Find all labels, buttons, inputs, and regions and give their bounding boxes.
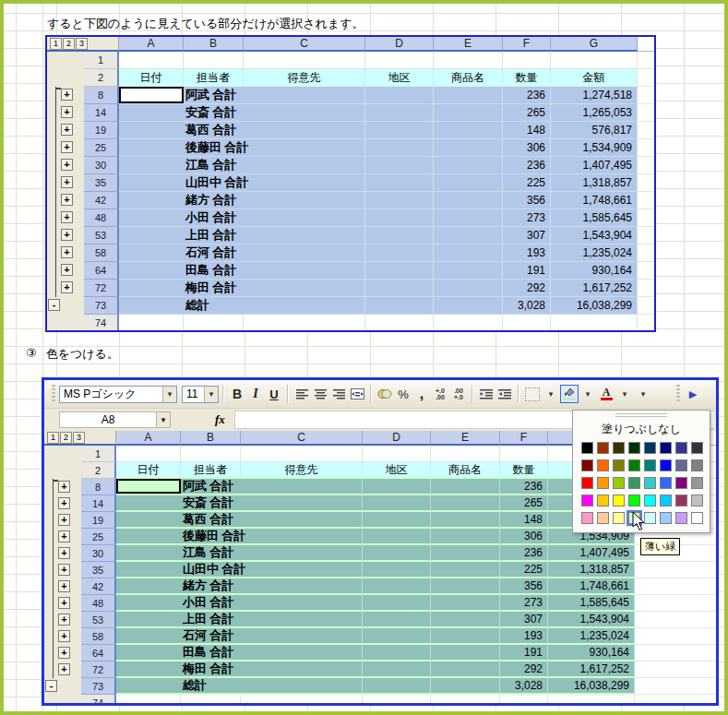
cell-G30[interactable]: 1,407,495 bbox=[548, 545, 635, 562]
name-box-dropdown[interactable]: ▾ bbox=[157, 411, 171, 428]
expand-button-row-8[interactable]: + bbox=[58, 481, 70, 493]
column-header-B[interactable]: B bbox=[184, 37, 244, 52]
cell-C42[interactable] bbox=[244, 192, 365, 209]
cell-E25[interactable] bbox=[431, 529, 500, 545]
cell-G74[interactable] bbox=[551, 315, 638, 332]
cell-E42[interactable] bbox=[434, 192, 503, 209]
cell-F14[interactable]: 265 bbox=[503, 104, 551, 122]
color-swatch-FFCC99[interactable] bbox=[597, 512, 609, 524]
column-header-F[interactable]: F bbox=[500, 431, 548, 446]
cell-F14[interactable]: 265 bbox=[500, 495, 548, 512]
record-macro-button[interactable]: ● bbox=[710, 385, 719, 403]
cell-E30[interactable] bbox=[431, 545, 500, 562]
cell-G48[interactable]: 1,585,645 bbox=[551, 209, 638, 227]
cell-F1[interactable] bbox=[503, 52, 551, 69]
cell-D58[interactable] bbox=[363, 628, 431, 645]
cell-E42[interactable] bbox=[431, 578, 500, 595]
cell-D30[interactable] bbox=[365, 157, 434, 174]
cell-A30[interactable] bbox=[116, 545, 181, 562]
expand-button-row-25[interactable]: + bbox=[58, 530, 70, 542]
cell-D2[interactable]: 地区 bbox=[363, 462, 431, 479]
cell-E64[interactable] bbox=[431, 645, 500, 661]
cell-F25[interactable]: 306 bbox=[503, 139, 551, 157]
column-header-B[interactable]: B bbox=[181, 431, 241, 446]
cell-F64[interactable]: 191 bbox=[503, 262, 551, 280]
cell-D72[interactable] bbox=[363, 661, 431, 678]
cell-D14[interactable] bbox=[365, 104, 434, 122]
cell-B42[interactable]: 緒方 合計 bbox=[181, 578, 241, 595]
cell-B1[interactable] bbox=[184, 52, 244, 69]
collapse-button-row-73[interactable]: - bbox=[48, 299, 60, 311]
cell-E14[interactable] bbox=[431, 495, 500, 512]
cell-C8[interactable] bbox=[244, 87, 365, 104]
color-swatch-003366[interactable] bbox=[644, 442, 656, 454]
align-right-button[interactable] bbox=[329, 385, 348, 403]
row-header-42[interactable]: 42 bbox=[84, 192, 119, 209]
cell-G53[interactable]: 1,543,904 bbox=[548, 612, 635, 628]
currency-style-button[interactable] bbox=[376, 385, 394, 403]
color-swatch-339966[interactable] bbox=[628, 477, 640, 489]
column-header-D[interactable]: D bbox=[363, 431, 431, 446]
cell-B72[interactable]: 梅田 合計 bbox=[184, 280, 244, 297]
cell-D25[interactable] bbox=[363, 529, 431, 545]
row-header-35[interactable]: 35 bbox=[81, 562, 116, 578]
row-header-35[interactable]: 35 bbox=[84, 174, 119, 192]
cell-F35[interactable]: 225 bbox=[503, 174, 551, 192]
cell-D73[interactable] bbox=[363, 678, 431, 695]
column-header-D[interactable]: D bbox=[365, 37, 434, 52]
cell-E19[interactable] bbox=[434, 122, 503, 139]
cell-F8[interactable]: 236 bbox=[500, 479, 548, 495]
palette-drag-handle[interactable] bbox=[615, 413, 667, 418]
cell-F19[interactable]: 148 bbox=[503, 122, 551, 139]
color-swatch-FFCC00[interactable] bbox=[597, 495, 609, 506]
font-name-combo[interactable]: MS Pゴシック ▾ bbox=[59, 386, 177, 403]
color-swatch-000080[interactable] bbox=[660, 442, 672, 454]
cell-E35[interactable] bbox=[431, 562, 500, 578]
outline-level-button-3[interactable]: 3 bbox=[76, 38, 88, 50]
cell-G42[interactable]: 1,748,661 bbox=[551, 192, 638, 209]
column-header-G[interactable]: G bbox=[551, 37, 638, 52]
row-header-30[interactable]: 30 bbox=[81, 545, 116, 562]
borders-button[interactable] bbox=[523, 385, 542, 403]
cell-B74[interactable] bbox=[184, 315, 244, 332]
row-header-74[interactable]: 74 bbox=[84, 315, 119, 332]
cell-B48[interactable]: 小田 合計 bbox=[184, 209, 244, 227]
column-header-C[interactable]: C bbox=[244, 37, 365, 52]
cell-G35[interactable]: 1,318,857 bbox=[551, 174, 638, 192]
expand-button-row-19[interactable]: + bbox=[61, 124, 73, 136]
cell-A48[interactable] bbox=[119, 209, 184, 227]
cell-D42[interactable] bbox=[365, 192, 434, 209]
cell-C58[interactable] bbox=[241, 628, 363, 645]
cell-C19[interactable] bbox=[241, 512, 363, 529]
collapse-button-row-73[interactable]: - bbox=[45, 680, 57, 692]
cell-C25[interactable] bbox=[244, 139, 365, 157]
cell-E58[interactable] bbox=[434, 244, 503, 262]
cell-G48[interactable]: 1,585,645 bbox=[548, 595, 635, 612]
cell-B58[interactable]: 石河 合計 bbox=[184, 244, 244, 262]
italic-button[interactable]: I bbox=[246, 385, 265, 403]
cell-F73[interactable]: 3,028 bbox=[500, 678, 548, 695]
cell-A64[interactable] bbox=[116, 645, 181, 661]
cell-E53[interactable] bbox=[434, 227, 503, 244]
cell-E14[interactable] bbox=[434, 104, 503, 122]
decrease-indent-button[interactable] bbox=[477, 385, 495, 403]
cell-D74[interactable] bbox=[363, 695, 431, 706]
outline-level-button-3[interactable]: 3 bbox=[73, 432, 85, 444]
row-header-14[interactable]: 14 bbox=[84, 104, 119, 122]
row-header-64[interactable]: 64 bbox=[84, 262, 119, 280]
cell-F53[interactable]: 307 bbox=[500, 612, 548, 628]
cell-A14[interactable] bbox=[119, 104, 184, 122]
cell-G64[interactable]: 930,164 bbox=[548, 645, 635, 661]
row-header-58[interactable]: 58 bbox=[81, 628, 116, 645]
cell-A35[interactable] bbox=[119, 174, 184, 192]
cell-A73[interactable] bbox=[119, 297, 184, 315]
cell-G72[interactable]: 1,617,252 bbox=[548, 661, 635, 678]
cell-E35[interactable] bbox=[434, 174, 503, 192]
row-header-48[interactable]: 48 bbox=[84, 209, 119, 227]
chevron-down-icon[interactable]: ▾ bbox=[204, 387, 218, 402]
cell-C14[interactable] bbox=[241, 495, 363, 512]
cell-G30[interactable]: 1,407,495 bbox=[551, 157, 638, 174]
cell-B25[interactable]: 後藤田 合計 bbox=[184, 139, 244, 157]
cell-B53[interactable]: 上田 合計 bbox=[181, 612, 241, 628]
row-header-25[interactable]: 25 bbox=[81, 529, 116, 545]
